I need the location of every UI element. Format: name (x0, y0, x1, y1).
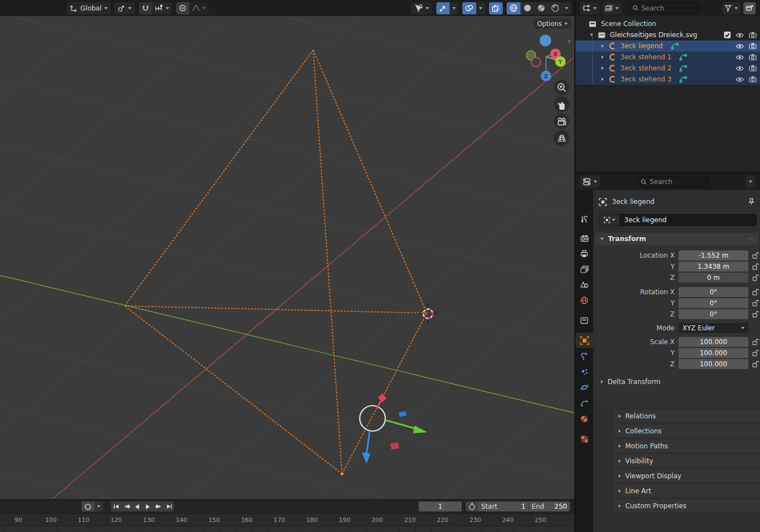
transform-panel-header[interactable]: Transform ∷∷ (595, 233, 758, 245)
outliner-row-object-2[interactable]: 3eck stehend 2 (575, 63, 760, 74)
pan-button[interactable] (554, 96, 569, 112)
outliner-row-object-3[interactable]: 3eck stehend 3 (575, 74, 760, 85)
zoom-button[interactable] (554, 80, 569, 95)
options-button[interactable]: Options (534, 18, 571, 29)
properties-options-dropdown[interactable] (746, 176, 756, 188)
pin-icon[interactable] (748, 198, 755, 206)
outliner-filter-mode-dropdown[interactable] (602, 2, 621, 14)
snap-toggle[interactable] (139, 2, 152, 14)
lock-icon[interactable] (752, 274, 759, 282)
play-button[interactable] (142, 502, 153, 511)
lock-icon[interactable] (752, 310, 759, 318)
tab-texture[interactable] (575, 431, 593, 447)
disable-render-camera-icon[interactable] (749, 65, 757, 71)
rotation-y-field[interactable]: 0° (679, 298, 748, 308)
tab-scene[interactable] (575, 277, 593, 293)
jump-to-end-button[interactable] (164, 502, 174, 511)
panel-visibility[interactable]: Visibility∷∷ (613, 454, 760, 467)
location-y-field[interactable]: 1.3438 m (679, 262, 748, 272)
shading-dropdown[interactable] (562, 2, 571, 14)
snap-target-dropdown[interactable] (152, 2, 172, 14)
tab-particles[interactable] (575, 364, 593, 380)
tab-output[interactable] (575, 246, 593, 262)
pivot-point-dropdown[interactable] (114, 2, 135, 14)
panel-viewport-display[interactable]: Viewport Display∷∷ (613, 469, 760, 482)
shading-wireframe-button[interactable] (507, 2, 521, 14)
object-expand-chevron[interactable] (601, 44, 604, 48)
proportional-falloff-dropdown[interactable] (189, 2, 208, 14)
overlays-toggle[interactable] (462, 2, 476, 14)
panel-custom-properties[interactable]: Custom Properties∷∷ (613, 499, 760, 512)
viewport-3d[interactable]: Global (0, 0, 574, 499)
location-x-field[interactable]: -1.552 m (679, 250, 748, 260)
object-id-dropdown[interactable] (599, 214, 620, 226)
tab-tool[interactable] (575, 212, 593, 227)
lock-icon[interactable] (752, 299, 759, 307)
gizmos-toggle[interactable] (436, 2, 450, 14)
auto-keying-toggle[interactable] (81, 502, 94, 511)
current-frame-field[interactable]: 1 (419, 502, 462, 511)
hide-eye-icon[interactable] (736, 43, 744, 49)
disable-render-camera-icon[interactable] (749, 43, 757, 49)
overlays-dropdown[interactable] (476, 2, 485, 14)
jump-next-keyframe-button[interactable] (153, 502, 164, 511)
shading-material-button[interactable] (534, 2, 548, 14)
tab-object-data[interactable] (575, 395, 593, 411)
tab-modifiers[interactable] (575, 349, 593, 365)
gizmos-dropdown[interactable] (450, 2, 458, 14)
tab-physics[interactable] (575, 380, 593, 395)
object-expand-chevron[interactable] (601, 55, 604, 59)
play-reverse-button[interactable] (132, 502, 142, 511)
use-preview-range-toggle[interactable] (466, 502, 478, 511)
outliner-filter-dropdown[interactable] (722, 2, 741, 14)
lock-icon[interactable] (752, 252, 759, 259)
camera-view-button[interactable] (554, 114, 569, 129)
tab-view-layer[interactable] (575, 262, 593, 277)
frame-end-field[interactable]: End 250 (529, 502, 570, 511)
lock-icon[interactable] (752, 360, 759, 368)
tab-collection-properties[interactable] (575, 313, 593, 328)
properties-search-field[interactable]: Search (636, 176, 710, 188)
hide-eye-icon[interactable] (736, 65, 744, 71)
rotation-mode-dropdown[interactable]: XYZ Euler (679, 323, 748, 333)
object-visibility-dropdown[interactable] (411, 2, 432, 14)
disable-render-camera-icon[interactable] (749, 76, 757, 83)
panel-line-art[interactable]: Line Art∷∷ (613, 484, 760, 497)
toggle-perspective-button[interactable] (554, 130, 569, 146)
shading-solid-button[interactable] (521, 2, 534, 14)
panel-collections[interactable]: Collections∷∷ (613, 424, 760, 437)
collection-checkbox[interactable] (724, 32, 731, 38)
lock-icon[interactable] (752, 263, 759, 270)
axis-ball-neg-x[interactable] (532, 58, 541, 67)
frame-start-field[interactable]: Start 1 (478, 502, 529, 511)
disable-render-camera-icon[interactable] (749, 32, 757, 38)
collection-expand-chevron[interactable] (590, 34, 593, 36)
scale-z-field[interactable]: 100.000 (679, 359, 748, 369)
tab-material[interactable] (575, 411, 593, 427)
rotation-z-field[interactable]: 0° (679, 309, 748, 319)
auto-keying-dropdown[interactable] (94, 502, 103, 511)
tab-render[interactable] (575, 231, 593, 246)
outliner-search-field[interactable]: Search (628, 2, 701, 14)
axis-ball-neg-z[interactable] (540, 35, 552, 47)
outliner-row-scene-collection[interactable]: Scene Collection (575, 18, 760, 29)
xray-toggle[interactable] (489, 2, 503, 14)
scale-y-field[interactable]: 100.000 (679, 348, 748, 358)
timeline-track-strip[interactable] (0, 526, 574, 532)
outliner-display-mode-dropdown[interactable] (580, 2, 599, 14)
object-name-input[interactable]: 3eck liegend (620, 214, 757, 226)
timeline-ruler[interactable]: 9010011012013014015016017018019020021022… (0, 513, 574, 526)
tab-world[interactable] (575, 293, 593, 308)
tab-object-properties[interactable] (575, 332, 593, 348)
lock-icon[interactable] (752, 288, 759, 296)
outliner-row-collection[interactable]: Gleichseitiges Dreieck.svg (575, 29, 760, 40)
outliner-row-object-0[interactable]: 3eck liegend (575, 40, 760, 52)
hide-eye-icon[interactable] (736, 32, 744, 38)
disable-render-camera-icon[interactable] (749, 54, 757, 60)
delta-transform-panel-header[interactable]: Delta Transform (599, 376, 759, 387)
object-expand-chevron[interactable] (601, 66, 604, 70)
outliner-row-object-1[interactable]: 3eck stehend 1 (575, 52, 760, 63)
lock-icon[interactable] (752, 338, 759, 346)
new-collection-button[interactable] (743, 2, 756, 14)
location-z-field[interactable]: 0 m (679, 273, 748, 283)
